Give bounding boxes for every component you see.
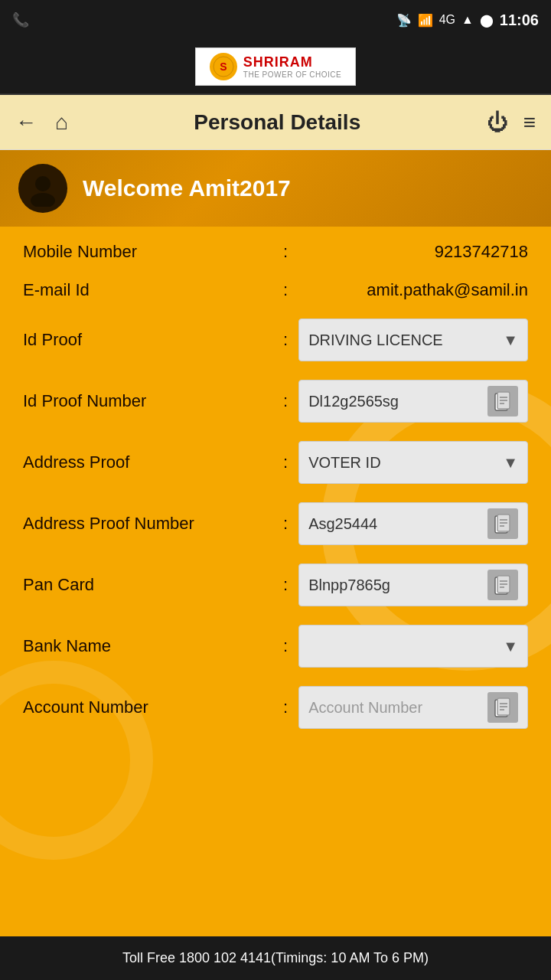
footer-text: Toll Free 1800 102 4141(Timings: 10 AM T… — [122, 950, 429, 965]
nav-right-buttons: ⏻ ≡ — [487, 109, 536, 135]
power-button[interactable]: ⏻ — [487, 109, 508, 135]
field-row-email: E-mail Id : amit.pathak@samil.in — [23, 280, 528, 300]
field-row-bank-name: Bank Name : SBI HDFC ICICI ▼ — [23, 625, 528, 668]
main-content: Mobile Number : 9213742718 E-mail Id : a… — [0, 227, 551, 936]
page-title: Personal Details — [68, 110, 487, 135]
colon-id-proof-number: : — [283, 391, 288, 411]
label-bank-name: Bank Name — [23, 636, 283, 656]
pan-card-container — [298, 564, 528, 606]
bank-name-dropdown-arrow: ▼ — [503, 638, 518, 655]
status-right: 📡 📶 4G ▲ ⬤ 11:06 — [396, 11, 539, 29]
welcome-banner: Welcome Amit2017 — [0, 150, 551, 227]
brand-tagline: THE POWER OF CHOICE — [243, 70, 341, 79]
logo-text: SHRIRAM THE POWER OF CHOICE — [243, 54, 341, 79]
field-row-address-proof-number: Address Proof Number : — [23, 502, 528, 545]
id-proof-number-input[interactable] — [308, 393, 487, 410]
welcome-text: Welcome Amit2017 — [83, 175, 291, 201]
svg-point-2 — [35, 176, 51, 191]
field-row-pan-card: Pan Card : — [23, 564, 528, 606]
label-email: E-mail Id — [23, 280, 283, 300]
value-email: amit.pathak@samil.in — [298, 280, 528, 300]
pan-card-input[interactable] — [308, 577, 487, 594]
logo-icon: S — [210, 53, 237, 80]
id-proof-select[interactable]: DRIVING LICENCE PASSPORT AADHAR CARD — [308, 332, 503, 348]
svg-point-3 — [31, 193, 55, 207]
battery-icon: ⬤ — [480, 13, 494, 28]
logo-bar: S SHRIRAM THE POWER OF CHOICE — [0, 40, 551, 95]
colon-account-number: : — [283, 697, 288, 717]
menu-button[interactable]: ≡ — [523, 110, 536, 135]
account-number-copy-icon[interactable] — [487, 692, 518, 723]
colon-address-proof-number: : — [283, 514, 288, 534]
nav-left-buttons: ← ⌂ — [15, 110, 68, 135]
id-proof-dropdown-arrow: ▼ — [503, 332, 518, 349]
account-number-container — [298, 686, 528, 729]
pan-card-copy-icon[interactable] — [487, 570, 518, 600]
label-id-proof: Id Proof — [23, 330, 283, 350]
label-pan-card: Pan Card — [23, 575, 283, 595]
svg-text:S: S — [220, 60, 227, 73]
field-row-address-proof: Address Proof : VOTER ID PASSPORT AADHAR… — [23, 441, 528, 484]
label-id-proof-number: Id Proof Number — [23, 391, 283, 411]
address-proof-select-container[interactable]: VOTER ID PASSPORT AADHAR CARD ▼ — [298, 441, 528, 484]
account-number-input[interactable] — [308, 699, 487, 717]
signal-icon: 📶 — [418, 13, 433, 28]
cast-icon: 📡 — [396, 13, 412, 28]
colon-bank-name: : — [283, 636, 288, 656]
bank-name-select[interactable]: SBI HDFC ICICI — [308, 638, 503, 655]
home-button[interactable]: ⌂ — [55, 110, 68, 135]
address-proof-number-copy-icon[interactable] — [487, 508, 518, 539]
avatar — [18, 164, 67, 213]
colon-mobile: : — [283, 242, 288, 262]
status-bar: 📞 📡 📶 4G ▲ ⬤ 11:06 — [0, 0, 551, 40]
address-proof-select[interactable]: VOTER ID PASSPORT AADHAR CARD — [308, 454, 503, 471]
id-proof-number-container — [298, 380, 528, 423]
colon-email: : — [283, 280, 288, 300]
field-row-id-proof-number: Id Proof Number : — [23, 380, 528, 423]
id-proof-number-copy-icon[interactable] — [487, 386, 518, 416]
field-row-id-proof: Id Proof : DRIVING LICENCE PASSPORT AADH… — [23, 318, 528, 361]
back-button[interactable]: ← — [15, 110, 37, 135]
id-proof-select-container[interactable]: DRIVING LICENCE PASSPORT AADHAR CARD ▼ — [298, 318, 528, 361]
address-proof-dropdown-arrow: ▼ — [503, 454, 518, 472]
wifi-icon: ▲ — [461, 13, 474, 27]
colon-pan-card: : — [283, 575, 288, 595]
status-left: 📞 — [12, 11, 29, 28]
field-row-account-number: Account Number : — [23, 686, 528, 729]
footer: Toll Free 1800 102 4141(Timings: 10 AM T… — [0, 936, 551, 980]
phone-icon: 📞 — [12, 11, 29, 28]
label-address-proof: Address Proof — [23, 452, 283, 472]
status-time: 11:06 — [500, 11, 539, 29]
bank-name-select-container[interactable]: SBI HDFC ICICI ▼ — [298, 625, 528, 668]
label-mobile: Mobile Number — [23, 242, 283, 262]
address-proof-number-input[interactable] — [308, 515, 487, 533]
label-account-number: Account Number — [23, 697, 283, 717]
network-4g-icon: 4G — [439, 13, 455, 27]
nav-bar: ← ⌂ Personal Details ⏻ ≡ — [0, 95, 551, 150]
field-row-mobile: Mobile Number : 9213742718 — [23, 242, 528, 262]
label-address-proof-number: Address Proof Number — [23, 514, 283, 534]
logo-box: S SHRIRAM THE POWER OF CHOICE — [195, 47, 356, 86]
colon-id-proof: : — [283, 330, 288, 350]
value-mobile: 9213742718 — [298, 242, 528, 262]
brand-name: SHRIRAM — [243, 54, 341, 70]
colon-address-proof: : — [283, 452, 288, 472]
address-proof-number-container — [298, 502, 528, 545]
